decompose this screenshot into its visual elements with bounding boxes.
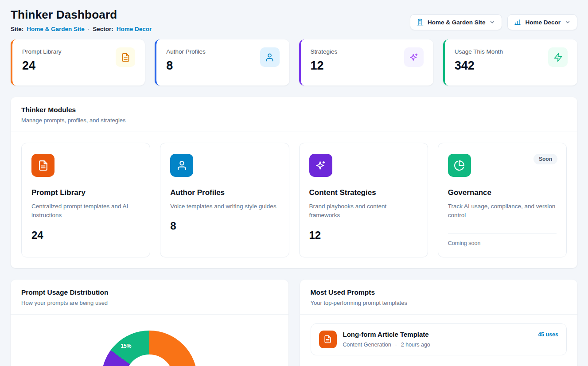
stat-card-strategies: Strategies 12 [299, 39, 433, 86]
stat-card-author-profiles: Author Profiles 8 [155, 39, 289, 86]
module-grid: Prompt Library Centralized prompt templa… [11, 132, 577, 268]
sector-label: Sector: [93, 26, 113, 32]
module-description: Track AI usage, compliance, and version … [448, 202, 557, 220]
prompts-panel-header: Most Used Prompts Your top-performing pr… [300, 280, 578, 315]
module-count: 12 [309, 229, 418, 241]
thinker-dashboard-page: Thinker Dashboard Site: Home & Garden Si… [0, 0, 588, 366]
module-card-content-strategies[interactable]: Content Strategies Brand playbooks and c… [299, 143, 428, 257]
page-header: Thinker Dashboard Site: Home & Garden Si… [11, 8, 577, 32]
pie-chart-icon [448, 154, 471, 177]
module-card-prompt-library[interactable]: Prompt Library Centralized prompt templa… [21, 143, 150, 257]
chevron-down-icon [565, 19, 571, 25]
sparkle-star-icon [404, 47, 424, 67]
module-description: Centralized prompt templates and AI inst… [31, 202, 140, 220]
document-icon [31, 154, 55, 177]
module-description: Voice templates and writing style guides [170, 202, 279, 211]
breadcrumb: Site: Home & Garden Site · Sector: Home … [11, 26, 152, 32]
stat-cards-row: Prompt Library 24 Author Profiles 8 Stra… [11, 39, 577, 86]
usage-panel-subtitle: How your prompts are being used [21, 300, 278, 306]
document-icon [116, 47, 135, 67]
site-link[interactable]: Home & Garden Site [27, 26, 85, 32]
person-icon [170, 154, 193, 177]
most-used-prompts-panel: Most Used Prompts Your top-performing pr… [300, 280, 578, 366]
modules-panel-subtitle: Manage prompts, profiles, and strategies [21, 117, 567, 124]
soon-badge: Soon [533, 154, 557, 164]
usage-panel-title: Prompt Usage Distribution [21, 288, 278, 296]
bottom-row: Prompt Usage Distribution How your promp… [11, 268, 577, 366]
prompt-item-uses: 45 uses [538, 331, 558, 338]
site-selector-dropdown[interactable]: Home & Garden Site [410, 14, 502, 30]
prompt-item-meta: Content Generation · 2 hours ago [343, 342, 532, 348]
lightning-icon [548, 47, 568, 67]
site-label: Site: [11, 26, 23, 32]
stat-card-usage: Usage This Month 342 [443, 39, 577, 86]
usage-donut-chart: 15% [101, 331, 197, 366]
stat-card-prompt-library: Prompt Library 24 [11, 39, 145, 86]
prompt-usage-panel: Prompt Usage Distribution How your promp… [11, 280, 288, 366]
coming-soon-text: Coming soon [448, 234, 557, 246]
donut-segment-label: 15% [121, 343, 131, 349]
prompt-item-category: Content Generation [343, 342, 391, 348]
module-title: Governance [448, 188, 557, 197]
modules-panel-title: Thinker Modules [21, 106, 567, 114]
sector-selector-dropdown[interactable]: Home Decor [507, 14, 577, 30]
module-card-governance[interactable]: Soon Governance Track AI usage, complian… [438, 143, 567, 257]
module-title: Author Profiles [170, 188, 279, 197]
bar-chart-icon [514, 19, 521, 26]
document-icon [319, 331, 337, 348]
chevron-down-icon [489, 19, 495, 25]
prompt-item-title: Long-form Article Template [343, 331, 532, 338]
site-selector-label: Home & Garden Site [428, 19, 486, 26]
prompt-item-body: Long-form Article Template Content Gener… [343, 331, 532, 348]
prompts-panel-title: Most Used Prompts [311, 288, 567, 296]
sector-selector-label: Home Decor [525, 19, 561, 26]
sparkle-star-icon [309, 154, 332, 177]
modules-panel-header: Thinker Modules Manage prompts, profiles… [11, 97, 577, 132]
page-title: Thinker Dashboard [11, 8, 152, 22]
usage-chart-area: 15% [11, 315, 288, 366]
header-controls: Home & Garden Site Home Decor [410, 14, 577, 30]
sector-link[interactable]: Home Decor [117, 26, 152, 32]
prompts-panel-subtitle: Your top-performing prompt templates [311, 300, 567, 306]
module-description: Brand playbooks and content frameworks [309, 202, 418, 220]
building-icon [417, 19, 424, 26]
header-left: Thinker Dashboard Site: Home & Garden Si… [11, 8, 152, 32]
person-icon [260, 47, 280, 67]
prompt-list: Long-form Article Template Content Gener… [300, 315, 578, 364]
separator-dot: · [88, 26, 90, 32]
module-title: Prompt Library [31, 188, 140, 197]
separator-dot: · [395, 342, 397, 348]
list-item[interactable]: Long-form Article Template Content Gener… [311, 323, 567, 355]
module-title: Content Strategies [309, 188, 418, 197]
module-count: 8 [170, 220, 279, 232]
prompt-item-time: 2 hours ago [401, 342, 430, 348]
usage-panel-header: Prompt Usage Distribution How your promp… [11, 280, 288, 315]
thinker-modules-panel: Thinker Modules Manage prompts, profiles… [11, 97, 577, 268]
module-count: 24 [31, 229, 140, 241]
module-card-author-profiles[interactable]: Author Profiles Voice templates and writ… [160, 143, 289, 257]
